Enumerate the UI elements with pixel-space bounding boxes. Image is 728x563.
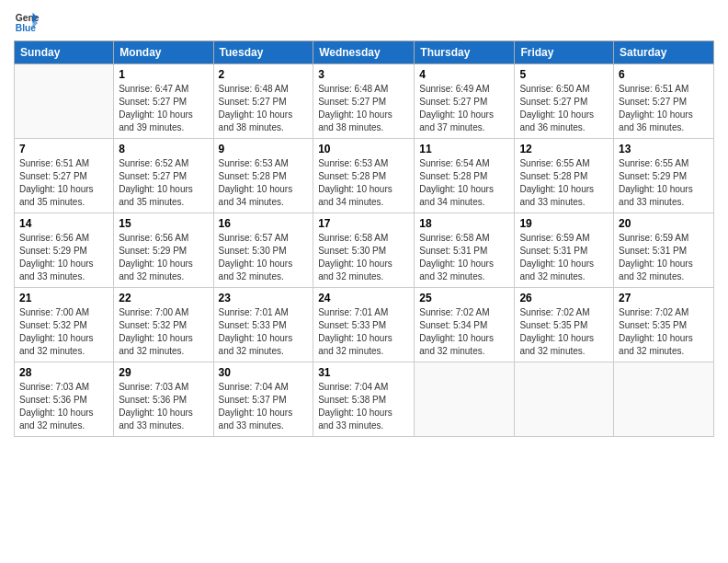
day-info: Sunrise: 6:48 AM Sunset: 5:27 PM Dayligh… bbox=[318, 83, 409, 134]
logo: General Blue bbox=[14, 9, 41, 35]
day-info: Sunrise: 7:01 AM Sunset: 5:33 PM Dayligh… bbox=[318, 306, 409, 358]
calendar-cell bbox=[515, 362, 614, 437]
page-header: General Blue bbox=[14, 9, 714, 35]
day-info: Sunrise: 6:56 AM Sunset: 5:29 PM Dayligh… bbox=[19, 232, 108, 283]
day-info: Sunrise: 7:00 AM Sunset: 5:32 PM Dayligh… bbox=[19, 306, 108, 358]
day-number: 6 bbox=[619, 68, 709, 81]
calendar-cell: 5Sunrise: 6:50 AM Sunset: 5:27 PM Daylig… bbox=[515, 64, 614, 139]
logo-icon: General Blue bbox=[14, 9, 40, 35]
column-header-tuesday: Tuesday bbox=[213, 41, 313, 64]
day-info: Sunrise: 6:57 AM Sunset: 5:30 PM Dayligh… bbox=[219, 232, 309, 283]
calendar-cell: 28Sunrise: 7:03 AM Sunset: 5:36 PM Dayli… bbox=[15, 362, 114, 437]
day-number: 8 bbox=[119, 143, 208, 155]
day-info: Sunrise: 6:54 AM Sunset: 5:28 PM Dayligh… bbox=[419, 157, 509, 209]
day-number: 2 bbox=[219, 68, 309, 81]
day-number: 23 bbox=[219, 292, 309, 304]
day-info: Sunrise: 6:53 AM Sunset: 5:28 PM Dayligh… bbox=[219, 157, 309, 209]
calendar-cell: 1Sunrise: 6:47 AM Sunset: 5:27 PM Daylig… bbox=[114, 64, 213, 139]
calendar-cell: 25Sunrise: 7:02 AM Sunset: 5:34 PM Dayli… bbox=[415, 288, 515, 362]
day-info: Sunrise: 7:02 AM Sunset: 5:35 PM Dayligh… bbox=[619, 306, 709, 358]
calendar-cell: 18Sunrise: 6:58 AM Sunset: 5:31 PM Dayli… bbox=[415, 213, 515, 288]
calendar-week-3: 14Sunrise: 6:56 AM Sunset: 5:29 PM Dayli… bbox=[15, 213, 714, 288]
day-info: Sunrise: 6:56 AM Sunset: 5:29 PM Dayligh… bbox=[119, 232, 208, 283]
calendar-week-1: 1Sunrise: 6:47 AM Sunset: 5:27 PM Daylig… bbox=[15, 64, 714, 139]
day-number: 20 bbox=[619, 217, 709, 230]
calendar-cell: 31Sunrise: 7:04 AM Sunset: 5:38 PM Dayli… bbox=[313, 362, 415, 437]
calendar-cell: 30Sunrise: 7:04 AM Sunset: 5:37 PM Dayli… bbox=[213, 362, 313, 437]
day-info: Sunrise: 6:49 AM Sunset: 5:27 PM Dayligh… bbox=[419, 83, 509, 134]
calendar-cell bbox=[15, 64, 114, 139]
day-number: 3 bbox=[318, 68, 409, 81]
column-header-monday: Monday bbox=[114, 41, 213, 64]
calendar-header-row: SundayMondayTuesdayWednesdayThursdayFrid… bbox=[15, 41, 714, 64]
column-header-friday: Friday bbox=[515, 41, 614, 64]
day-info: Sunrise: 6:55 AM Sunset: 5:29 PM Dayligh… bbox=[619, 157, 709, 209]
day-number: 9 bbox=[219, 143, 309, 155]
calendar-cell: 27Sunrise: 7:02 AM Sunset: 5:35 PM Dayli… bbox=[614, 288, 714, 362]
day-number: 24 bbox=[318, 292, 409, 304]
calendar-cell: 12Sunrise: 6:55 AM Sunset: 5:28 PM Dayli… bbox=[515, 139, 614, 213]
day-number: 1 bbox=[119, 68, 208, 81]
calendar-cell: 3Sunrise: 6:48 AM Sunset: 5:27 PM Daylig… bbox=[313, 64, 415, 139]
calendar-cell: 15Sunrise: 6:56 AM Sunset: 5:29 PM Dayli… bbox=[114, 213, 213, 288]
day-info: Sunrise: 6:51 AM Sunset: 5:27 PM Dayligh… bbox=[19, 157, 108, 209]
column-header-thursday: Thursday bbox=[415, 41, 515, 64]
calendar-cell bbox=[614, 362, 714, 437]
day-number: 15 bbox=[119, 217, 208, 230]
day-number: 16 bbox=[219, 217, 309, 230]
day-info: Sunrise: 6:47 AM Sunset: 5:27 PM Dayligh… bbox=[119, 83, 208, 134]
day-number: 22 bbox=[119, 292, 208, 304]
day-number: 26 bbox=[519, 292, 609, 304]
calendar-cell: 21Sunrise: 7:00 AM Sunset: 5:32 PM Dayli… bbox=[15, 288, 114, 362]
calendar-cell: 17Sunrise: 6:58 AM Sunset: 5:30 PM Dayli… bbox=[313, 213, 415, 288]
day-number: 14 bbox=[19, 217, 108, 230]
day-info: Sunrise: 7:02 AM Sunset: 5:35 PM Dayligh… bbox=[519, 306, 609, 358]
column-header-sunday: Sunday bbox=[15, 41, 114, 64]
day-number: 11 bbox=[419, 143, 509, 155]
calendar-cell: 24Sunrise: 7:01 AM Sunset: 5:33 PM Dayli… bbox=[313, 288, 415, 362]
calendar-week-5: 28Sunrise: 7:03 AM Sunset: 5:36 PM Dayli… bbox=[15, 362, 714, 437]
day-info: Sunrise: 7:02 AM Sunset: 5:34 PM Dayligh… bbox=[419, 306, 509, 358]
day-number: 7 bbox=[19, 143, 108, 155]
calendar-cell: 4Sunrise: 6:49 AM Sunset: 5:27 PM Daylig… bbox=[415, 64, 515, 139]
day-info: Sunrise: 6:58 AM Sunset: 5:30 PM Dayligh… bbox=[318, 232, 409, 283]
calendar-cell bbox=[415, 362, 515, 437]
day-number: 17 bbox=[318, 217, 409, 230]
day-number: 27 bbox=[619, 292, 709, 304]
column-header-wednesday: Wednesday bbox=[313, 41, 415, 64]
calendar-cell: 7Sunrise: 6:51 AM Sunset: 5:27 PM Daylig… bbox=[15, 139, 114, 213]
day-info: Sunrise: 7:04 AM Sunset: 5:37 PM Dayligh… bbox=[219, 381, 309, 432]
day-info: Sunrise: 7:01 AM Sunset: 5:33 PM Dayligh… bbox=[219, 306, 309, 358]
day-info: Sunrise: 6:59 AM Sunset: 5:31 PM Dayligh… bbox=[519, 232, 609, 283]
day-info: Sunrise: 6:48 AM Sunset: 5:27 PM Dayligh… bbox=[219, 83, 309, 134]
calendar-cell: 20Sunrise: 6:59 AM Sunset: 5:31 PM Dayli… bbox=[614, 213, 714, 288]
day-number: 25 bbox=[419, 292, 509, 304]
calendar-cell: 11Sunrise: 6:54 AM Sunset: 5:28 PM Dayli… bbox=[415, 139, 515, 213]
day-number: 28 bbox=[19, 366, 108, 379]
column-header-saturday: Saturday bbox=[614, 41, 714, 64]
calendar-cell: 23Sunrise: 7:01 AM Sunset: 5:33 PM Dayli… bbox=[213, 288, 313, 362]
calendar-cell: 13Sunrise: 6:55 AM Sunset: 5:29 PM Dayli… bbox=[614, 139, 714, 213]
day-info: Sunrise: 7:03 AM Sunset: 5:36 PM Dayligh… bbox=[119, 381, 208, 432]
day-info: Sunrise: 6:55 AM Sunset: 5:28 PM Dayligh… bbox=[519, 157, 609, 209]
day-info: Sunrise: 7:03 AM Sunset: 5:36 PM Dayligh… bbox=[19, 381, 108, 432]
calendar-table: SundayMondayTuesdayWednesdayThursdayFrid… bbox=[14, 40, 714, 437]
calendar-cell: 10Sunrise: 6:53 AM Sunset: 5:28 PM Dayli… bbox=[313, 139, 415, 213]
day-number: 18 bbox=[419, 217, 509, 230]
day-info: Sunrise: 6:52 AM Sunset: 5:27 PM Dayligh… bbox=[119, 157, 208, 209]
calendar-cell: 2Sunrise: 6:48 AM Sunset: 5:27 PM Daylig… bbox=[213, 64, 313, 139]
calendar-cell: 26Sunrise: 7:02 AM Sunset: 5:35 PM Dayli… bbox=[515, 288, 614, 362]
day-info: Sunrise: 6:58 AM Sunset: 5:31 PM Dayligh… bbox=[419, 232, 509, 283]
calendar-cell: 16Sunrise: 6:57 AM Sunset: 5:30 PM Dayli… bbox=[213, 213, 313, 288]
day-info: Sunrise: 6:51 AM Sunset: 5:27 PM Dayligh… bbox=[619, 83, 709, 134]
day-number: 31 bbox=[318, 366, 409, 379]
calendar-cell: 6Sunrise: 6:51 AM Sunset: 5:27 PM Daylig… bbox=[614, 64, 714, 139]
day-number: 29 bbox=[119, 366, 208, 379]
day-info: Sunrise: 6:50 AM Sunset: 5:27 PM Dayligh… bbox=[519, 83, 609, 134]
calendar-cell: 9Sunrise: 6:53 AM Sunset: 5:28 PM Daylig… bbox=[213, 139, 313, 213]
day-info: Sunrise: 6:59 AM Sunset: 5:31 PM Dayligh… bbox=[619, 232, 709, 283]
calendar-cell: 19Sunrise: 6:59 AM Sunset: 5:31 PM Dayli… bbox=[515, 213, 614, 288]
day-number: 19 bbox=[519, 217, 609, 230]
calendar-week-4: 21Sunrise: 7:00 AM Sunset: 5:32 PM Dayli… bbox=[15, 288, 714, 362]
day-info: Sunrise: 7:00 AM Sunset: 5:32 PM Dayligh… bbox=[119, 306, 208, 358]
